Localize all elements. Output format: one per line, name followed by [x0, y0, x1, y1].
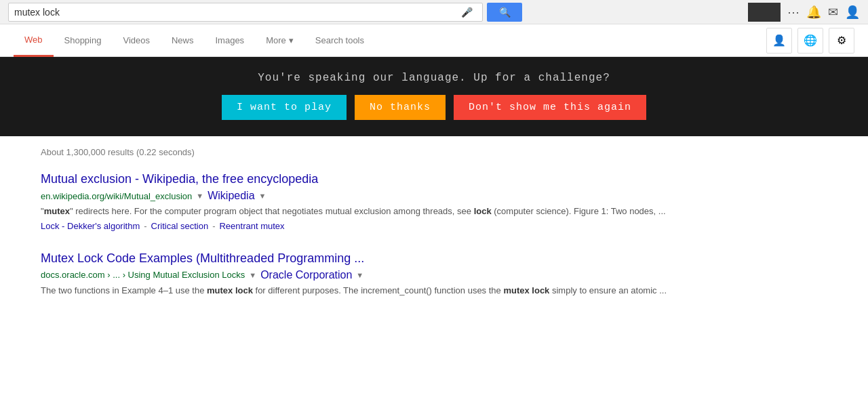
search-input[interactable]	[14, 7, 461, 18]
no-thanks-button[interactable]: No thanks	[355, 95, 446, 120]
nav-right-icons: 👤 🌐 ⚙	[766, 28, 854, 54]
result-title-2[interactable]: Mutex Lock Code Examples (Multithreaded …	[41, 250, 827, 267]
result-url-arrow-2[interactable]: ▼	[249, 271, 256, 279]
top-right-icons: ⋯ 🔔 ✉ 👤	[748, 3, 860, 22]
result-link-reentrant[interactable]: Reentrant mutex	[219, 221, 284, 231]
result-link-critical[interactable]: Critical section	[151, 221, 209, 231]
challenge-text: You're speaking our language. Up for a c…	[14, 72, 854, 84]
search-box: 🎤	[8, 3, 483, 22]
result-url-line-1: en.wikipedia.org/wiki/Mutual_exclusion ▼…	[41, 190, 827, 202]
result-source-arrow-1[interactable]: ▼	[259, 192, 267, 200]
globe-button[interactable]: 🌐	[797, 28, 823, 54]
dont-show-button[interactable]: Don't show me this again	[454, 95, 646, 120]
tab-more[interactable]: More ▾	[255, 24, 304, 57]
tab-shopping[interactable]: Shopping	[54, 24, 113, 57]
settings-button[interactable]: ⚙	[829, 28, 854, 54]
mic-icon[interactable]: 🎤	[461, 7, 473, 18]
result-source-1[interactable]: Wikipedia	[208, 190, 254, 202]
result-source-2[interactable]: Oracle Corporation	[260, 269, 352, 281]
result-links-1: Lock - Dekker's algorithm - Critical sec…	[41, 221, 827, 231]
settings-icon: ⚙	[837, 34, 846, 47]
globe-icon: 🌐	[804, 34, 817, 47]
user-avatar-icon[interactable]: 👤	[845, 5, 860, 20]
tab-images[interactable]: Images	[204, 24, 255, 57]
nav-tabs: Web Shopping Videos News Images More ▾ S…	[0, 24, 868, 57]
play-button[interactable]: I want to play	[222, 95, 347, 120]
table-row: Mutex Lock Code Examples (Multithreaded …	[41, 250, 827, 298]
challenge-banner: You're speaking our language. Up for a c…	[0, 57, 868, 136]
result-source-arrow-2[interactable]: ▼	[356, 271, 363, 279]
user-account-button[interactable]: 👤	[766, 28, 792, 54]
result-link-lock[interactable]: Lock - Dekker's algorithm	[41, 221, 140, 231]
tab-web[interactable]: Web	[14, 24, 54, 57]
notifications-icon[interactable]: 🔔	[806, 5, 821, 20]
search-button[interactable]: 🔍	[487, 3, 522, 22]
user-icon: 👤	[772, 34, 786, 47]
result-title-1[interactable]: Mutual exclusion - Wikipedia, the free e…	[41, 171, 827, 188]
result-url-1: en.wikipedia.org/wiki/Mutual_exclusion	[41, 191, 192, 201]
link-sep-2: -	[212, 221, 215, 231]
tab-news[interactable]: News	[161, 24, 205, 57]
result-url-line-2: docs.oracle.com › ... › Using Mutual Exc…	[41, 269, 827, 281]
results-area: About 1,300,000 results (0.22 seconds) M…	[0, 136, 868, 329]
table-row: Mutual exclusion - Wikipedia, the free e…	[41, 171, 827, 231]
result-url-arrow-1[interactable]: ▼	[196, 192, 203, 200]
more-dropdown-icon: ▾	[289, 35, 294, 45]
tab-videos[interactable]: Videos	[112, 24, 161, 57]
result-desc-2: The two functions in Example 4–1 use the…	[41, 284, 827, 298]
profile-image-box	[748, 3, 781, 22]
result-url-2: docs.oracle.com › ... › Using Mutual Exc…	[41, 270, 245, 280]
results-count: About 1,300,000 results (0.22 seconds)	[41, 147, 827, 157]
challenge-buttons: I want to play No thanks Don't show me t…	[14, 95, 854, 120]
messages-icon[interactable]: ✉	[828, 5, 838, 20]
result-desc-1: "mutex" redirects here. For the computer…	[41, 205, 827, 218]
search-icon: 🔍	[499, 7, 511, 18]
desc-text: "mutex" redirects here. For the computer…	[41, 206, 666, 216]
top-bar: 🎤 🔍 ⋯ 🔔 ✉ 👤	[0, 0, 868, 24]
apps-icon[interactable]: ⋯	[787, 5, 800, 20]
more-label: More	[266, 35, 286, 45]
link-sep-1: -	[144, 221, 146, 231]
tab-search-tools[interactable]: Search tools	[304, 24, 375, 57]
desc-text-2: The two functions in Example 4–1 use the…	[41, 285, 667, 295]
